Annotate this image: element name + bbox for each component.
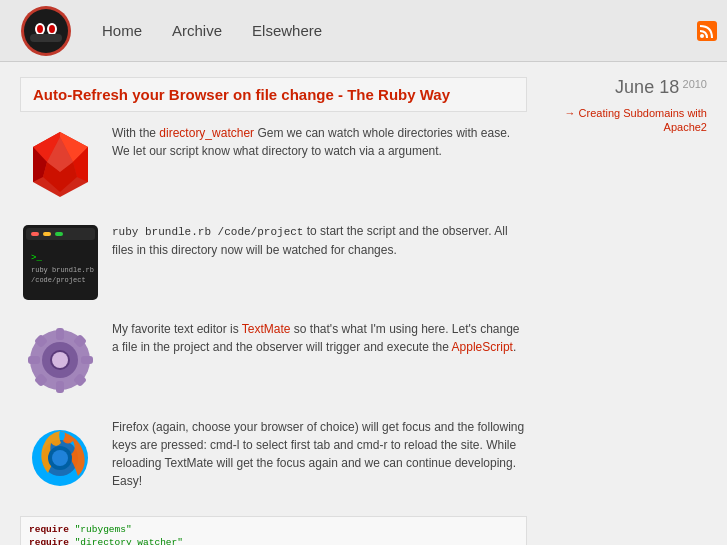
sidebar-nav-link[interactable]: → Creating Subdomains with Apache2 xyxy=(565,107,707,133)
firefox-image xyxy=(20,418,100,498)
svg-point-39 xyxy=(52,450,68,466)
code-container: require "rubygems" require "directory_wa… xyxy=(20,516,527,545)
post-title: Auto-Refresh your Browser on file change… xyxy=(20,77,527,112)
svg-rect-19 xyxy=(43,232,51,236)
svg-point-1 xyxy=(24,9,68,53)
svg-rect-30 xyxy=(81,356,93,364)
svg-rect-18 xyxy=(31,232,39,236)
date-display: June 18 2010 xyxy=(547,77,707,98)
sidebar-link: → Creating Subdomains with Apache2 xyxy=(547,106,707,134)
section-gem-text: With the directory_watcher Gem we can wa… xyxy=(112,124,527,160)
main-nav: Home Archive Elsewhere xyxy=(102,22,322,39)
svg-point-5 xyxy=(49,25,55,33)
date-month-day: June 18 xyxy=(615,77,679,97)
svg-point-8 xyxy=(700,34,704,38)
textmate-link[interactable]: TextMate xyxy=(242,322,291,336)
svg-point-35 xyxy=(52,352,68,368)
content-left: Auto-Refresh your Browser on file change… xyxy=(20,77,527,545)
section-textmate: My favorite text editor is TextMate so t… xyxy=(20,320,527,400)
svg-rect-28 xyxy=(56,381,64,393)
main-container: Auto-Refresh your Browser on file change… xyxy=(0,62,727,545)
svg-rect-6 xyxy=(30,34,62,42)
terminal-image: >_ ruby brundle.rb /code/project xyxy=(20,222,100,302)
header: Home Archive Elsewhere xyxy=(0,0,727,62)
section-firefox-text: Firefox (again, choose your browser of c… xyxy=(112,418,527,490)
svg-rect-29 xyxy=(28,356,40,364)
svg-text:/code/project: /code/project xyxy=(31,276,86,284)
ruby-gem-image xyxy=(20,124,100,204)
applescript-link[interactable]: AppleScript xyxy=(452,340,513,354)
svg-text:ruby brundle.rb: ruby brundle.rb xyxy=(31,266,94,274)
section-terminal: >_ ruby brundle.rb /code/project ruby br… xyxy=(20,222,527,302)
section-terminal-text: ruby brundle.rb /code/project to start t… xyxy=(112,222,527,259)
directory-watcher-link[interactable]: directory_watcher xyxy=(159,126,254,140)
section-firefox: Firefox (again, choose your browser of c… xyxy=(20,418,527,498)
svg-rect-20 xyxy=(55,232,63,236)
code-block: require "rubygems" require "directory_wa… xyxy=(20,516,527,545)
nav-archive[interactable]: Archive xyxy=(172,22,222,39)
textmate-image xyxy=(20,320,100,400)
svg-point-4 xyxy=(37,25,43,33)
sidebar: June 18 2010 → Creating Subdomains with … xyxy=(547,77,707,545)
nav-elsewhere[interactable]: Elsewhere xyxy=(252,22,322,39)
svg-rect-27 xyxy=(56,328,64,340)
site-logo[interactable] xyxy=(20,5,72,57)
section-textmate-text: My favorite text editor is TextMate so t… xyxy=(112,320,527,356)
date-year: 2010 xyxy=(683,78,707,90)
rss-icon[interactable] xyxy=(697,21,717,41)
svg-text:>_: >_ xyxy=(31,253,42,263)
nav-home[interactable]: Home xyxy=(102,22,142,39)
section-gem: With the directory_watcher Gem we can wa… xyxy=(20,124,527,204)
